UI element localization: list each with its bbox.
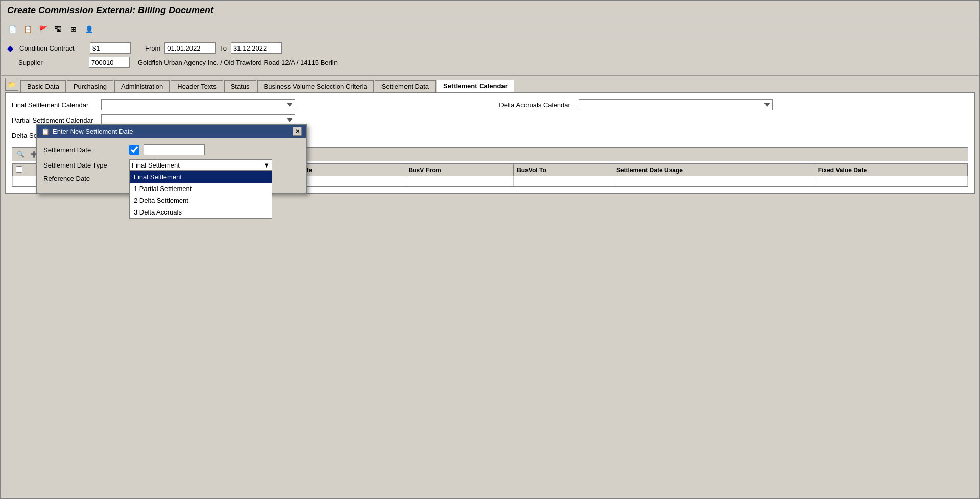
dropdown-arrow-icon: ▼ bbox=[263, 161, 270, 169]
settlement-date-row: Settlement Date bbox=[43, 144, 300, 155]
dropdown-item-delta[interactable]: 2 Delta Settlement bbox=[130, 195, 272, 206]
condition-contract-row: ◆ Condition Contract From To bbox=[7, 42, 973, 54]
from-label: From bbox=[145, 44, 160, 52]
structure-button[interactable]: 🏗 bbox=[51, 22, 65, 36]
tab-settlement-calendar[interactable]: Settlement Calendar bbox=[437, 80, 514, 92]
condition-contract-label: Condition Contract bbox=[19, 44, 86, 52]
tab-administration[interactable]: Administration bbox=[114, 80, 170, 92]
supplier-label: Supplier bbox=[18, 59, 85, 66]
delta-accruals-calendar-select[interactable] bbox=[579, 99, 773, 110]
final-settlement-calendar-select[interactable] bbox=[101, 99, 295, 110]
partial-settlement-calendar-label: Partial Settlement Calendar bbox=[12, 116, 93, 124]
dialog-icon: 📋 bbox=[41, 128, 50, 135]
to-date-input[interactable] bbox=[231, 42, 282, 54]
new-doc-button[interactable]: 📄 bbox=[5, 22, 19, 36]
dialog-title: Enter New Settlement Date bbox=[53, 128, 133, 135]
settlement-date-type-label: Settlement Date Type bbox=[43, 161, 125, 169]
dropdown-item-partial[interactable]: 1 Partial Settlement bbox=[130, 183, 272, 195]
grid-search-btn[interactable]: 🔍 bbox=[14, 149, 27, 160]
dialog-title-bar: 📋 Enter New Settlement Date ✕ bbox=[37, 125, 306, 138]
header-fields: ◆ Condition Contract From To Supplier Go… bbox=[1, 38, 979, 76]
to-label: To bbox=[220, 44, 227, 52]
select-all-checkbox[interactable] bbox=[16, 166, 22, 173]
settlement-date-type-container: Final Settlement ▼ Final Settlement 1 Pa… bbox=[129, 159, 272, 171]
tab-business-volume[interactable]: Business Volume Selection Criteria bbox=[257, 80, 374, 92]
col-fixed-value-date: Fixed Value Date bbox=[815, 164, 967, 176]
tab-basic-data[interactable]: Basic Data bbox=[20, 80, 66, 92]
reference-date-label: Reference Date bbox=[43, 175, 125, 182]
main-window: Create Commission External: Billing Docu… bbox=[0, 0, 980, 499]
settlement-date-type-dropdown: Final Settlement 1 Partial Settlement 2 … bbox=[129, 171, 272, 219]
window-title: Create Commission External: Billing Docu… bbox=[7, 5, 973, 16]
settlement-date-input[interactable] bbox=[144, 144, 205, 155]
settlement-date-label: Settlement Date bbox=[43, 146, 125, 154]
tab-settlement-data[interactable]: Settlement Data bbox=[375, 80, 436, 92]
dialog-body: Settlement Date Settlement Date Type Fin… bbox=[37, 138, 306, 193]
enter-settlement-date-dialog: 📋 Enter New Settlement Date ✕ Settlement… bbox=[36, 124, 307, 194]
supplier-input[interactable] bbox=[89, 57, 130, 68]
settlement-date-checkbox[interactable] bbox=[129, 145, 139, 155]
final-settlement-calendar-label: Final Settlement Calendar bbox=[12, 101, 93, 109]
supplier-row: Supplier Goldfish Urban Agency Inc. / Ol… bbox=[7, 57, 973, 68]
folder-button[interactable]: 📁 bbox=[5, 78, 18, 91]
tab-status[interactable]: Status bbox=[224, 80, 256, 92]
condition-contract-input[interactable] bbox=[90, 42, 131, 54]
flag-button[interactable]: 🚩 bbox=[36, 22, 50, 36]
settlement-date-type-select[interactable]: Final Settlement ▼ bbox=[129, 159, 272, 171]
diamond-icon: ◆ bbox=[7, 43, 13, 53]
col-busvol-to: BusVol To bbox=[514, 164, 613, 176]
dialog-close-button[interactable]: ✕ bbox=[293, 127, 302, 136]
supplier-description: Goldfish Urban Agency Inc. / Old Trawfor… bbox=[138, 59, 338, 66]
col-busv-from: BusV From bbox=[405, 164, 514, 176]
dialog-title-left: 📋 Enter New Settlement Date bbox=[41, 128, 133, 135]
delta-accruals-calendar-label: Delta Accruals Calendar bbox=[499, 101, 570, 109]
col-settlement-date-usage: Settlement Date Usage bbox=[613, 164, 815, 176]
grid-button[interactable]: ⊞ bbox=[66, 22, 81, 36]
content-area: Final Settlement Calendar Delta Accruals… bbox=[5, 92, 975, 194]
tab-header-texts[interactable]: Header Texts bbox=[171, 80, 223, 92]
toolbar: 📄 📋 🚩 🏗 ⊞ 👤 bbox=[1, 20, 979, 38]
title-bar: Create Commission External: Billing Docu… bbox=[1, 1, 979, 20]
dropdown-item-accruals[interactable]: 3 Delta Accruals bbox=[130, 206, 272, 218]
settlement-date-type-value: Final Settlement bbox=[132, 161, 180, 169]
dropdown-item-final[interactable]: Final Settlement bbox=[130, 171, 272, 183]
settlement-date-type-row: Settlement Date Type Final Settlement ▼ … bbox=[43, 159, 300, 171]
copy-button[interactable]: 📋 bbox=[20, 22, 35, 36]
user-button[interactable]: 👤 bbox=[82, 22, 96, 36]
tabs-area: 📁 Basic Data Purchasing Administration H… bbox=[1, 76, 979, 92]
from-date-input[interactable] bbox=[164, 42, 216, 54]
tab-purchasing[interactable]: Purchasing bbox=[67, 80, 113, 92]
